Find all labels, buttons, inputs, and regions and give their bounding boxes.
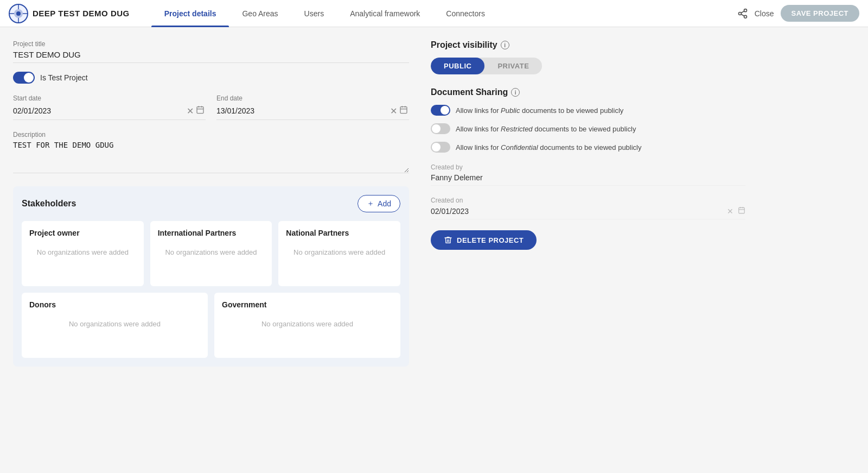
stakeholder-empty-text: No organizations were added <box>29 320 200 328</box>
start-date-input-wrap: ✕ <box>13 104 206 120</box>
start-date-calendar-button[interactable] <box>195 104 206 117</box>
end-date-calendar-button[interactable] <box>398 104 409 117</box>
stakeholder-card-title: Project owner <box>29 229 136 237</box>
add-icon: ＋ <box>367 199 374 209</box>
add-button-label: Add <box>378 199 391 208</box>
calendar-icon <box>196 105 205 114</box>
stakeholder-empty-text: No organizations were added <box>29 248 136 256</box>
stakeholder-card-project-owner: Project owner No organizations were adde… <box>22 221 144 286</box>
close-button[interactable]: Close <box>755 9 774 18</box>
doc-sharing-info-icon: i <box>511 88 520 97</box>
stakeholder-card-title: Government <box>222 300 393 309</box>
visibility-toggle: PUBLIC PRIVATE <box>431 58 542 74</box>
stakeholders-title: Stakeholders <box>22 199 76 209</box>
stakeholders-header: Stakeholders ＋ Add <box>22 195 400 212</box>
project-title-label: Project title <box>13 40 409 48</box>
is-test-project-row: Is Test Project <box>13 72 409 84</box>
meta-icons: ✕ <box>727 206 745 216</box>
project-title-value: TEST DEMO DUG <box>13 50 409 63</box>
left-panel: Project title TEST DEMO DUG Is Test Proj… <box>13 40 409 367</box>
date-row: Start date ✕ End date ✕ <box>13 94 409 120</box>
created-by-label: Created by <box>431 163 745 171</box>
add-stakeholder-button[interactable]: ＋ Add <box>358 195 400 212</box>
created-on-clear-button[interactable]: ✕ <box>727 206 733 216</box>
nav-tabs: Project details Geo Areas Users Analytic… <box>151 0 737 27</box>
main-content: Project title TEST DEMO DUG Is Test Proj… <box>0 27 868 380</box>
svg-line-10 <box>741 14 744 16</box>
share-icon <box>737 8 748 19</box>
sharing-text-restricted: Allow links for Restricted documents to … <box>456 125 636 133</box>
doc-sharing-title: Document Sharing i <box>431 87 745 97</box>
visibility-private-button[interactable]: PRIVATE <box>484 58 542 74</box>
stakeholders-grid-top: Project owner No organizations were adde… <box>22 221 400 286</box>
logo-text: DEEP TEST DEMO DUG <box>33 9 130 18</box>
start-date-input[interactable] <box>13 106 186 115</box>
description-label: Description <box>13 131 409 138</box>
tab-connectors[interactable]: Connectors <box>433 0 498 27</box>
delete-project-button[interactable]: DELETE PROJECT <box>431 230 537 250</box>
end-date-input-wrap: ✕ <box>216 104 409 120</box>
sharing-text-confidential: Allow links for Confidential documents t… <box>456 143 642 152</box>
sharing-row-public: Allow links for Public documents to be v… <box>431 105 745 116</box>
created-by-section: Created by Fanny Delemer <box>431 163 745 186</box>
visibility-section-title: Project visibility i <box>431 40 745 50</box>
calendar-icon <box>399 105 408 114</box>
tab-analytical-framework[interactable]: Analytical framework <box>337 0 433 27</box>
end-date-clear-button[interactable]: ✕ <box>389 105 398 117</box>
tab-users[interactable]: Users <box>291 0 337 27</box>
stakeholder-empty-text: No organizations were added <box>158 248 265 256</box>
confidential-docs-toggle[interactable] <box>431 142 450 153</box>
description-textarea[interactable]: TEST FOR THE DEMO GDUG <box>13 141 409 173</box>
created-on-label: Created on <box>431 197 745 204</box>
stakeholder-empty-text: No organizations were added <box>222 320 393 328</box>
stakeholder-card-title: Donors <box>29 300 200 309</box>
created-on-value: 02/01/2023 <box>431 207 469 216</box>
is-test-project-label: Is Test Project <box>40 73 88 82</box>
visibility-public-button[interactable]: PUBLIC <box>431 58 484 74</box>
restricted-docs-toggle[interactable] <box>431 123 450 134</box>
public-docs-toggle[interactable] <box>431 105 450 116</box>
deep-logo-icon <box>9 4 28 23</box>
save-project-button[interactable]: SAVE PROJECT <box>781 5 859 22</box>
created-by-value-row: Fanny Delemer <box>431 173 745 186</box>
svg-rect-16 <box>400 107 407 113</box>
visibility-info-icon: i <box>501 41 509 49</box>
start-date-field: Start date ✕ <box>13 94 206 120</box>
description-field: Description TEST FOR THE DEMO GDUG <box>13 131 409 175</box>
svg-point-2 <box>16 11 21 16</box>
svg-rect-20 <box>739 207 745 213</box>
sharing-text-public: Allow links for Public documents to be v… <box>456 106 623 115</box>
created-by-value: Fanny Delemer <box>431 173 483 182</box>
svg-line-11 <box>741 11 744 12</box>
is-test-project-toggle[interactable] <box>13 72 35 84</box>
end-date-field: End date ✕ <box>216 94 409 120</box>
stakeholder-empty-text: No organizations were added <box>286 248 393 256</box>
stakeholders-section: Stakeholders ＋ Add Project owner No orga… <box>13 186 409 367</box>
header: DEEP TEST DEMO DUG Project details Geo A… <box>0 0 868 27</box>
end-date-input[interactable] <box>216 106 389 115</box>
calendar-icon <box>738 206 745 214</box>
tab-project-details[interactable]: Project details <box>151 0 229 27</box>
stakeholder-card-international-partners: International Partners No organizations … <box>150 221 272 286</box>
start-date-clear-button[interactable]: ✕ <box>186 105 195 117</box>
created-on-calendar-button[interactable] <box>738 206 745 216</box>
tab-geo-areas[interactable]: Geo Areas <box>229 0 291 27</box>
stakeholder-card-government: Government No organizations were added <box>214 293 400 358</box>
project-title-group: Project title TEST DEMO DUG <box>13 40 409 63</box>
created-on-section: Created on 02/01/2023 ✕ <box>431 197 745 219</box>
start-date-label: Start date <box>13 94 206 102</box>
share-button[interactable] <box>737 8 748 19</box>
logo-area: DEEP TEST DEMO DUG <box>9 4 130 23</box>
header-right: Close SAVE PROJECT <box>737 5 859 22</box>
trash-icon <box>444 236 452 244</box>
stakeholder-card-title: International Partners <box>158 229 265 237</box>
sharing-row-confidential: Allow links for Confidential documents t… <box>431 142 745 153</box>
sharing-row-restricted: Allow links for Restricted documents to … <box>431 123 745 134</box>
end-date-label: End date <box>216 94 409 102</box>
stakeholders-grid-bottom: Donors No organizations were added Gover… <box>22 293 400 358</box>
created-on-value-row: 02/01/2023 ✕ <box>431 206 745 219</box>
stakeholder-card-title: National Partners <box>286 229 393 237</box>
right-panel: Project visibility i PUBLIC PRIVATE Docu… <box>431 40 745 367</box>
svg-rect-12 <box>197 107 203 113</box>
stakeholder-card-national-partners: National Partners No organizations were … <box>278 221 400 286</box>
